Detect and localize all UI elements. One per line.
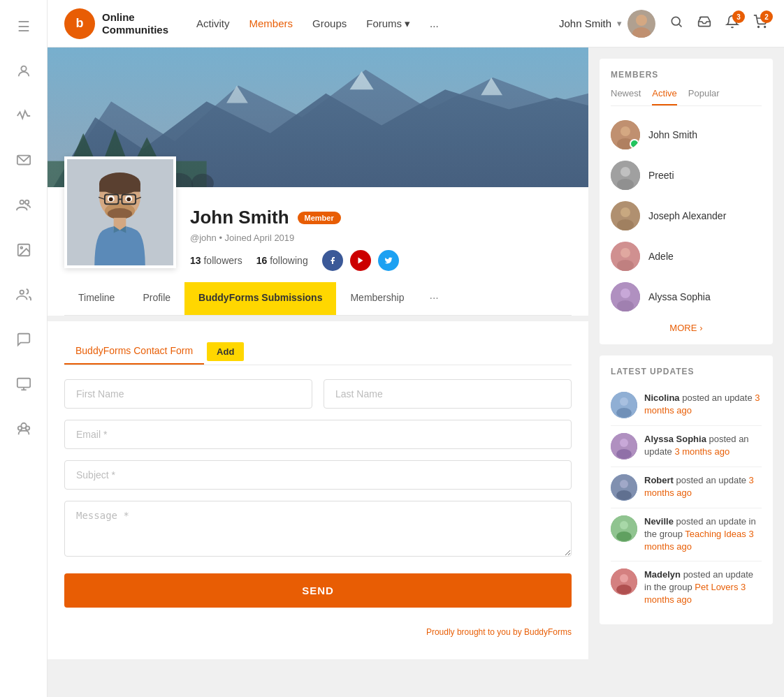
logo-icon: b	[64, 8, 95, 39]
first-name-input[interactable]	[64, 379, 312, 409]
svg-point-12	[25, 426, 29, 430]
svg-point-62	[617, 260, 634, 271]
users-group-icon[interactable]	[11, 416, 36, 441]
update-text-nicolina: Nicolina posted an update 3 months ago	[644, 392, 762, 418]
friends-icon[interactable]	[11, 282, 36, 307]
nav-activity[interactable]: Activity	[196, 17, 230, 29]
bell-icon[interactable]: 3	[725, 15, 739, 32]
email-input[interactable]	[64, 420, 572, 449]
chevron-down-icon: ▾	[617, 18, 622, 29]
svg-point-2	[20, 200, 24, 205]
svg-point-41	[126, 197, 131, 201]
updates-title: LATEST UPDATES	[611, 367, 762, 376]
member-badge: Member	[298, 212, 341, 224]
member-item-joseph[interactable]: Joseph Alexander	[611, 196, 762, 236]
svg-point-71	[616, 449, 632, 459]
nav-links: Activity Members Groups Forums ▾ ...	[196, 17, 537, 30]
update-item-madelyn: Madelyn posted an update in the group Pe…	[611, 562, 762, 614]
member-item-john[interactable]: John Smith	[611, 115, 762, 155]
send-button[interactable]: SEND	[64, 573, 572, 608]
svg-line-17	[679, 24, 682, 27]
member-avatar-alyssa	[611, 282, 640, 311]
profile-icon[interactable]	[11, 59, 36, 84]
svg-point-19	[764, 27, 766, 28]
facebook-icon[interactable]	[322, 250, 343, 271]
svg-rect-35	[99, 184, 140, 192]
svg-marker-23	[350, 71, 374, 89]
member-item-alyssa[interactable]: Alyssa Sophia	[611, 277, 762, 317]
profile-sub: @john • Joined April 2019	[190, 233, 572, 243]
members-tab-popular[interactable]: Popular	[688, 88, 720, 105]
update-avatar-neville	[611, 515, 637, 542]
update-item-neville: Neville posted an update in the group Te…	[611, 508, 762, 562]
tab-more[interactable]: ···	[418, 282, 449, 315]
profile-info-section: John Smith Member @john • Joined April 2…	[48, 187, 588, 316]
members-card: MEMBERS Newest Active Popular John Smith	[600, 59, 773, 344]
svg-point-80	[616, 585, 632, 594]
svg-point-52	[620, 126, 630, 136]
subject-input[interactable]	[64, 460, 572, 490]
svg-point-5	[20, 247, 22, 249]
inbox-icon[interactable]	[697, 15, 711, 32]
chat-icon[interactable]	[11, 327, 36, 352]
add-button[interactable]: Add	[207, 342, 244, 361]
main-wrapper: b Online Communities Activity Members Gr…	[48, 0, 784, 697]
profile-tabs: Timeline Profile BuddyForms Submissions …	[64, 282, 572, 316]
members-title: MEMBERS	[611, 70, 762, 80]
form-section: BuddyForms Contact Form Add SEND	[48, 321, 588, 659]
svg-point-65	[617, 300, 634, 311]
tab-buddyforms[interactable]: BuddyForms Submissions	[184, 282, 336, 315]
members-more-link[interactable]: MORE ›	[611, 317, 762, 333]
profile-main: John Smith Member @john • Joined April 2…	[48, 47, 588, 697]
sub-tab-contact-form[interactable]: BuddyForms Contact Form	[64, 338, 204, 365]
svg-point-14	[636, 15, 647, 26]
tab-timeline[interactable]: Timeline	[64, 282, 129, 315]
form-name-row	[64, 379, 572, 409]
nav-more[interactable]: ...	[430, 17, 439, 29]
last-name-input[interactable]	[324, 379, 572, 409]
nav-forums[interactable]: Forums ▾	[366, 17, 410, 30]
member-name-joseph: Joseph Alexander	[648, 210, 726, 221]
right-sidebar: MEMBERS Newest Active Popular John Smith	[588, 47, 784, 697]
followers-stat[interactable]: 13 followers	[190, 255, 242, 266]
profile-name: John Smith	[190, 207, 289, 228]
svg-rect-7	[17, 379, 29, 388]
member-item-adele[interactable]: Adele	[611, 236, 762, 277]
tab-membership[interactable]: Membership	[336, 282, 418, 315]
following-stat[interactable]: 16 following	[256, 255, 308, 266]
member-name-preeti: Preeti	[648, 170, 674, 181]
members-tab-newest[interactable]: Newest	[611, 88, 641, 105]
member-tabs: Newest Active Popular	[611, 88, 762, 106]
update-text-robert: Robert posted an update 3 months ago	[644, 474, 762, 501]
twitter-icon[interactable]	[378, 250, 399, 271]
chevron-down-icon: ▾	[405, 17, 410, 30]
nav-groups[interactable]: Groups	[312, 17, 347, 29]
image-icon[interactable]	[11, 237, 36, 263]
member-name-john: John Smith	[648, 129, 697, 140]
groups-icon[interactable]	[11, 193, 36, 218]
cart-icon[interactable]: 2	[753, 15, 767, 32]
message-input[interactable]	[64, 501, 572, 557]
message-icon[interactable]	[11, 148, 36, 173]
sub-tabs: BuddyForms Contact Form Add	[64, 338, 572, 365]
member-item-preeti[interactable]: Preeti	[611, 155, 762, 196]
social-icons	[322, 250, 399, 271]
activity-icon[interactable]	[11, 103, 36, 129]
search-icon[interactable]	[669, 15, 683, 32]
monitor-icon[interactable]	[11, 372, 36, 397]
update-avatar-madelyn	[611, 568, 637, 595]
member-name-adele: Adele	[648, 251, 674, 262]
nav-members[interactable]: Members	[249, 17, 293, 29]
svg-point-40	[109, 197, 113, 201]
youtube-icon[interactable]	[350, 250, 371, 271]
svg-point-73	[620, 480, 628, 488]
svg-point-64	[620, 288, 630, 298]
svg-point-68	[616, 408, 632, 418]
tab-profile[interactable]: Profile	[129, 282, 184, 315]
logo-area[interactable]: b Online Communities	[64, 8, 168, 39]
hamburger-icon[interactable]: ☰	[11, 14, 36, 39]
user-menu[interactable]: John Smith ▾	[559, 10, 655, 38]
member-avatar-john	[611, 120, 640, 149]
svg-point-79	[620, 574, 628, 582]
members-tab-active[interactable]: Active	[652, 88, 676, 105]
